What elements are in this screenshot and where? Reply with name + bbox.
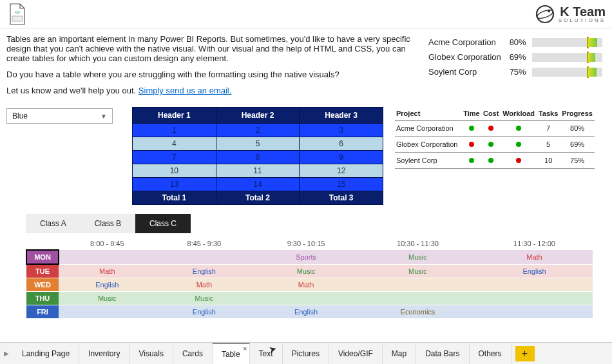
page-tab[interactable]: Landing Page	[13, 343, 79, 364]
schedule-cell: Math	[253, 278, 359, 292]
proj-header: Tasks	[537, 107, 560, 120]
status-dot	[469, 158, 474, 163]
status-dot	[516, 158, 521, 163]
table-cell: 2	[216, 124, 300, 137]
class-tab[interactable]: Class C	[135, 214, 191, 233]
svg-text:</>: </>	[15, 10, 21, 14]
schedule-row: WEDEnglishMathMath	[26, 278, 593, 292]
schedule-cell	[476, 292, 593, 305]
col-header: Header 2	[216, 108, 300, 124]
schedule-row: FRIEnglishEnglishEconomics	[26, 305, 593, 319]
status-dot	[516, 126, 521, 131]
table-cell: 14	[216, 178, 300, 191]
schedule-cell: Math	[59, 264, 156, 278]
intro-p2: Do you have a table where you are strugg…	[6, 70, 419, 79]
page-tab[interactable]: Text	[250, 343, 283, 364]
table-total: Total 2	[216, 191, 300, 205]
page-tab[interactable]: Video/GIF	[329, 343, 383, 364]
proj-header: Progress	[560, 107, 595, 120]
proj-header: Cost	[481, 107, 501, 120]
close-icon[interactable]: ✕	[243, 346, 247, 352]
table-cell: 4	[133, 137, 216, 151]
page-tab[interactable]: Visuals	[129, 343, 173, 364]
page-tab[interactable]: Table✕	[213, 343, 250, 364]
progress-name: Soylent Corp	[426, 65, 506, 79]
project-table: ProjectTimeCostWorkloadTasksProgressAcme…	[395, 107, 595, 169]
page-tab[interactable]: Others	[470, 343, 512, 364]
progress-bar	[532, 38, 602, 47]
table-total: Total 1	[133, 191, 216, 205]
project-row: Globex Corporation 569%	[395, 137, 595, 153]
page-tabs: ▶ Landing PageInventoryVisualsCardsTable…	[0, 342, 612, 364]
schedule-row: MONSportsMusicMath	[26, 250, 593, 264]
schedule-cell: English	[253, 305, 359, 319]
brand-logo: K Team SOLUTIONS	[535, 5, 606, 24]
table-cell: 12	[300, 164, 383, 178]
page-tab[interactable]: Inventory	[79, 343, 129, 364]
schedule-cell: English	[476, 264, 593, 278]
col-header: Header 1	[133, 108, 216, 124]
page-tab[interactable]: Cards	[173, 343, 213, 364]
day-label: MON	[26, 250, 59, 264]
color-dropdown[interactable]: Blue ▼	[6, 108, 113, 124]
tabs-prev-icon[interactable]: ▶	[0, 350, 13, 357]
schedule-cell	[156, 250, 253, 264]
class-tab[interactable]: Class A	[26, 214, 81, 233]
progress-pct: 80%	[508, 35, 529, 49]
status-dot	[469, 142, 474, 147]
table-cell: 5	[216, 137, 300, 151]
progress-bar-cell	[530, 50, 604, 64]
status-dot	[488, 158, 493, 163]
progress-bar	[532, 68, 602, 77]
schedule-cell	[59, 305, 156, 319]
progress-bar-cell	[530, 35, 604, 49]
schedule-cell: English	[156, 305, 253, 319]
proj-header: Workload	[501, 107, 537, 120]
status-dot	[469, 126, 474, 131]
time-header: 8:45 - 9:30	[156, 237, 253, 250]
schedule-cell: Sports	[253, 250, 359, 264]
brand-sub: SOLUTIONS	[559, 18, 606, 23]
page-tab[interactable]: Pictures	[283, 343, 329, 364]
add-tab-button[interactable]: +	[515, 346, 535, 361]
project-row: Acme Corporation 780%	[395, 120, 595, 137]
progress-bar	[532, 53, 602, 62]
progress-name: Acme Corporation	[426, 35, 506, 49]
schedule-cell: Math	[156, 278, 253, 292]
schedule-cell	[359, 292, 476, 305]
schedule-cell	[476, 305, 593, 319]
proj-header: Project	[395, 107, 462, 120]
table-cell: 13	[133, 178, 216, 191]
svg-point-3	[536, 8, 554, 20]
day-label: WED	[26, 278, 59, 292]
class-tab[interactable]: Class B	[81, 214, 135, 233]
svg-point-4	[548, 10, 550, 12]
table-cell: 15	[300, 178, 383, 191]
status-dot	[488, 142, 493, 147]
svg-rect-1	[12, 16, 23, 21]
day-label: FRI	[26, 305, 59, 319]
schedule-row: TUEMathEnglishMusicMusicEnglish	[26, 264, 593, 278]
intro-p3: Let us know and we'll help you out. Simp…	[6, 86, 419, 95]
table-cell: 11	[216, 164, 300, 178]
email-link[interactable]: Simply send us an email.	[139, 86, 232, 95]
col-header: Header 3	[300, 108, 383, 124]
table-cell: 1	[133, 124, 216, 137]
chevron-down-icon: ▼	[100, 113, 107, 120]
day-label: THU	[26, 292, 59, 305]
time-header: 10:30 - 11:30	[359, 237, 476, 250]
progress-bar-cell	[530, 65, 604, 79]
time-header: 11:30 - 12:00	[476, 237, 593, 250]
intro-p1: Tables are an important element in many …	[6, 34, 419, 63]
color-table: Header 1Header 2Header 31234567891011121…	[132, 107, 383, 205]
table-cell: 7	[133, 151, 216, 164]
table-total: Total 3	[300, 191, 383, 205]
schedule-cell	[359, 278, 476, 292]
table-cell: 8	[216, 151, 300, 164]
schedule-table: 8:00 - 8:458:45 - 9:309:30 - 10:1510:30 …	[26, 237, 593, 319]
table-cell: 6	[300, 137, 383, 151]
page-tab[interactable]: Map	[383, 343, 416, 364]
project-row: Soylent Corp 1075%	[395, 153, 595, 169]
page-tab[interactable]: Data Bars	[416, 343, 469, 364]
time-header: 9:30 - 10:15	[253, 237, 359, 250]
